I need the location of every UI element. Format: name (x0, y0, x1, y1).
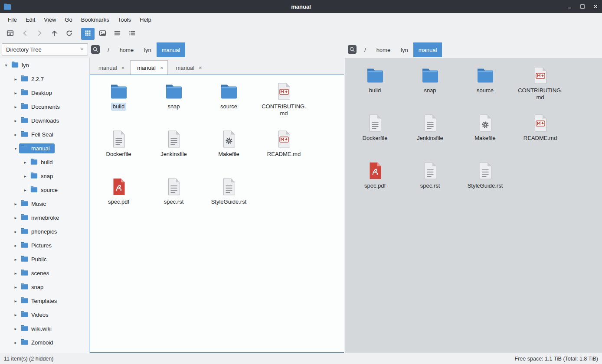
expander-icon[interactable]: ▸ (12, 202, 19, 206)
file-jenkinsfile[interactable]: Jenkinsfile (402, 110, 458, 158)
tree-item-wiki-wiki[interactable]: ▸wiki.wiki (0, 322, 89, 335)
tab-manual-0[interactable]: manual× (92, 60, 129, 75)
file-makefile[interactable]: Makefile (458, 110, 513, 158)
expander-icon[interactable]: ▸ (12, 104, 19, 109)
close-button[interactable] (589, 0, 602, 13)
file-dockerfile[interactable]: Dockerfile (347, 110, 402, 158)
file-spec-rst[interactable]: spec.rst (402, 158, 458, 205)
expander-icon[interactable]: ▸ (12, 243, 19, 248)
expander-icon[interactable]: ▾ (12, 146, 19, 151)
file-view-right[interactable]: buildsnapsourceCONTRIBUTING.mdDockerfile… (345, 58, 602, 353)
menu-help[interactable]: Help (135, 14, 156, 25)
tree-item-lyn[interactable]: ▾lyn (0, 58, 89, 72)
breadcrumb-segment-home[interactable]: home (115, 42, 139, 57)
menu-tools[interactable]: Tools (114, 14, 135, 25)
icon-view-button[interactable] (81, 28, 95, 40)
menu-view[interactable]: View (39, 14, 60, 25)
tree-item-phonepics[interactable]: ▸phonepics (0, 224, 89, 238)
tab-close-icon[interactable]: × (199, 65, 202, 71)
tree-item-snap[interactable]: ▸snap (0, 169, 89, 183)
expander-icon[interactable]: ▸ (12, 271, 19, 276)
menu-file[interactable]: File (3, 14, 21, 25)
maximize-button[interactable] (576, 0, 589, 13)
breadcrumb-segment-manual[interactable]: manual (413, 42, 442, 57)
file-spec-pdf[interactable]: spec.pdf (91, 174, 146, 221)
expander-icon[interactable]: ▸ (12, 229, 19, 234)
expander-icon[interactable]: ▸ (12, 285, 19, 289)
expander-icon[interactable]: ▸ (22, 160, 29, 165)
tab-close-icon[interactable]: × (160, 65, 164, 71)
up-button[interactable] (48, 28, 61, 40)
forward-button[interactable] (33, 28, 46, 40)
tree-item-snap[interactable]: ▸snap (0, 280, 89, 294)
minimize-button[interactable] (563, 0, 576, 13)
thumbnail-view-button[interactable] (96, 28, 109, 40)
tab-manual-2[interactable]: manual× (169, 60, 206, 75)
expander-icon[interactable]: ▸ (22, 174, 29, 179)
file-styleguide-rst[interactable]: StyleGuide.rst (458, 158, 513, 205)
file-source[interactable]: source (201, 78, 256, 126)
menu-bookmarks[interactable]: Bookmarks (77, 14, 114, 25)
menu-go[interactable]: Go (60, 14, 76, 25)
tree-item-documents[interactable]: ▸Documents (0, 100, 89, 114)
file-readme-md[interactable]: README.md (256, 126, 311, 174)
file-build[interactable]: build (347, 62, 402, 110)
menu-edit[interactable]: Edit (21, 14, 39, 25)
expander-icon[interactable]: ▾ (3, 63, 10, 68)
detailed-view-button[interactable] (125, 28, 139, 40)
tree-item-music[interactable]: ▸Music (0, 197, 89, 211)
file-contributing-md[interactable]: CONTRIBUTING.md (513, 62, 568, 110)
expander-icon[interactable]: ▸ (12, 340, 19, 345)
file-snap[interactable]: snap (146, 78, 201, 126)
expander-icon[interactable]: ▸ (12, 118, 19, 123)
expander-icon[interactable]: ▸ (12, 326, 19, 331)
tree-item-downloads[interactable]: ▸Downloads (0, 114, 89, 127)
expander-icon[interactable]: ▸ (12, 132, 19, 137)
tree-item-source[interactable]: ▸source (0, 183, 89, 197)
path-edit-button[interactable] (347, 45, 357, 55)
file-spec-rst[interactable]: spec.rst (146, 174, 201, 221)
expander-icon[interactable]: ▸ (12, 312, 19, 317)
compact-view-button[interactable] (111, 28, 124, 40)
file-build[interactable]: build (91, 78, 146, 126)
file-jenkinsfile[interactable]: Jenkinsfile (146, 126, 201, 174)
path-edit-button[interactable] (91, 45, 100, 55)
expander-icon[interactable]: ▸ (12, 77, 19, 81)
breadcrumb-segment-manual[interactable]: manual (157, 42, 186, 57)
sidebar-mode-select[interactable]: Directory Tree (2, 43, 88, 55)
file-styleguide-rst[interactable]: StyleGuide.rst (201, 174, 256, 221)
tree-item-public[interactable]: ▸Public (0, 252, 89, 266)
breadcrumb-segment--[interactable]: / (102, 42, 115, 57)
breadcrumb-segment--[interactable]: / (359, 42, 371, 57)
tree-item-manual[interactable]: ▾manual (0, 141, 89, 155)
expander-icon[interactable]: ▸ (22, 188, 29, 192)
refresh-button[interactable] (62, 28, 76, 40)
tree-item-zomboid[interactable]: ▸Zomboid (0, 335, 89, 349)
file-contributing-md[interactable]: CONTRIBUTING.md (256, 78, 311, 126)
file-snap[interactable]: snap (402, 62, 458, 110)
tree-item-scenes[interactable]: ▸scenes (0, 266, 89, 280)
tab-manual-1[interactable]: manual× (130, 60, 168, 75)
expander-icon[interactable]: ▸ (12, 91, 19, 95)
tree-item-fell-seal[interactable]: ▸Fell Seal (0, 127, 89, 141)
tree-item-build[interactable]: ▸build (0, 155, 89, 169)
tree-item-templates[interactable]: ▸Templates (0, 294, 89, 308)
file-makefile[interactable]: Makefile (201, 126, 256, 174)
tree-item-2-2-7[interactable]: ▸2.2.7 (0, 72, 89, 86)
expander-icon[interactable]: ▸ (12, 215, 19, 220)
file-dockerfile[interactable]: Dockerfile (91, 126, 146, 174)
new-window-button[interactable] (3, 28, 17, 40)
tab-close-icon[interactable]: × (121, 65, 125, 71)
tree-item-videos[interactable]: ▸Videos (0, 308, 89, 322)
tree-item-nvmebroke[interactable]: ▸nvmebroke (0, 211, 89, 224)
expander-icon[interactable]: ▸ (12, 299, 19, 303)
tree-item-pictures[interactable]: ▸Pictures (0, 238, 89, 252)
breadcrumb-segment-lyn[interactable]: lyn (396, 42, 413, 57)
tree-item-desktop[interactable]: ▸Desktop (0, 86, 89, 100)
expander-icon[interactable]: ▸ (12, 257, 19, 262)
breadcrumb-segment-lyn[interactable]: lyn (139, 42, 157, 57)
file-view-left[interactable]: buildsnapsourceCONTRIBUTING.mdDockerfile… (90, 75, 344, 353)
file-spec-pdf[interactable]: spec.pdf (347, 158, 402, 205)
back-button[interactable] (18, 28, 32, 40)
file-readme-md[interactable]: README.md (513, 110, 568, 158)
